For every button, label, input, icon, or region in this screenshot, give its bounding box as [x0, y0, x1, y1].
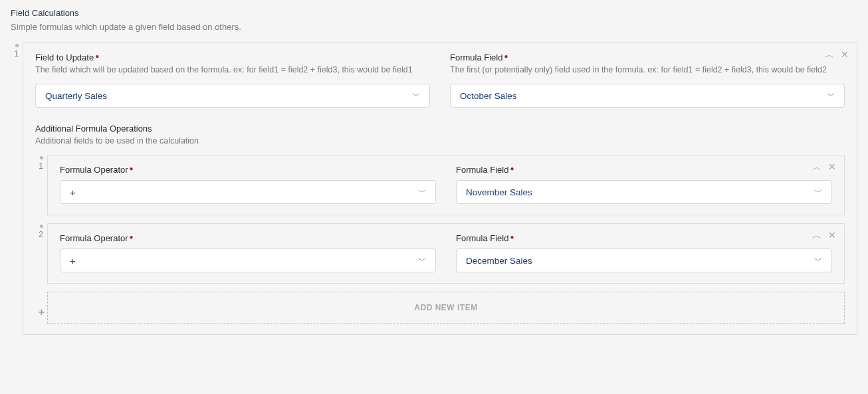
operation-panel: ︿ ✕ Formula Operator● + ﹀: [47, 155, 845, 215]
operator-value: +: [70, 255, 76, 266]
additional-ops-title: Additional Formula Operations: [35, 124, 845, 134]
operation-index: 2: [39, 230, 43, 239]
plus-icon[interactable]: +: [35, 298, 47, 318]
close-icon[interactable]: ✕: [828, 231, 836, 240]
collapse-icon[interactable]: ︿: [812, 162, 821, 171]
close-icon[interactable]: ✕: [828, 162, 836, 171]
required-indicator-icon: ●: [95, 52, 99, 60]
panel-controls: ︿ ✕: [825, 50, 849, 59]
operation-field-value: December Sales: [466, 256, 532, 266]
formula-field-value: October Sales: [460, 91, 517, 101]
operator-label-text: Formula Operator: [60, 233, 128, 243]
chevron-down-icon: ﹀: [814, 256, 822, 265]
formula-field-label-text: Formula Field: [450, 52, 502, 62]
operator-label: Formula Operator●: [60, 165, 436, 175]
operation-field-select[interactable]: November Sales ﹀: [456, 180, 832, 204]
operator-value: +: [70, 187, 76, 198]
field-to-update-label: Field to Update●: [35, 52, 430, 62]
formula-field-label: Formula Field●: [450, 52, 845, 62]
panel-index-col: 1: [35, 155, 47, 171]
chevron-down-icon: ﹀: [814, 187, 822, 197]
add-new-item-button[interactable]: ADD NEW ITEM: [47, 292, 845, 324]
operation-panel: ︿ ✕ Formula Operator● + ﹀: [47, 223, 845, 284]
collapse-icon[interactable]: ︿: [812, 231, 821, 240]
operation-field-label: Formula Field●: [456, 165, 832, 175]
calculation-panel: ︿ ✕ Field to Update● The field which wil…: [23, 43, 857, 335]
required-indicator-icon: ●: [510, 233, 514, 241]
panel-bullet-icon: [40, 225, 43, 228]
operation-row: 1 ︿ ✕ Formula Operator● + ﹀: [35, 155, 845, 215]
operator-label-text: Formula Operator: [60, 165, 128, 175]
operator-label: Formula Operator●: [60, 233, 436, 243]
required-indicator-icon: ●: [504, 52, 508, 60]
required-indicator-icon: ●: [130, 233, 134, 241]
operation-field-select[interactable]: December Sales ﹀: [456, 248, 832, 272]
close-icon[interactable]: ✕: [841, 50, 849, 59]
operation-field-label-text: Formula Field: [456, 165, 508, 175]
operation-field-value: November Sales: [466, 187, 532, 197]
required-indicator-icon: ●: [510, 165, 514, 172]
chevron-down-icon: ﹀: [412, 91, 420, 100]
panel-controls: ︿ ✕: [812, 231, 836, 240]
chevron-down-icon: ﹀: [418, 187, 426, 197]
panel-bullet-icon: [40, 156, 43, 159]
panel-controls: ︿ ✕: [812, 162, 836, 171]
field-to-update-help: The field which will be updated based on…: [35, 65, 430, 74]
additional-ops-desc: Additional fields to be used in the calc…: [35, 136, 845, 146]
operation-row: 2 ︿ ✕ Formula Operator● + ﹀: [35, 223, 845, 284]
field-to-update-label-text: Field to Update: [35, 52, 94, 62]
operation-index: 1: [39, 161, 43, 171]
panel-bullet-icon: [15, 44, 19, 47]
panel-index-col: 2: [35, 223, 47, 239]
panel-index: 1: [14, 49, 19, 58]
formula-field-help: The first (or potentially only) field us…: [450, 65, 845, 74]
operation-field-label-text: Formula Field: [456, 233, 508, 243]
collapse-icon[interactable]: ︿: [825, 50, 834, 59]
section-title: Field Calculations: [11, 8, 857, 18]
formula-field-select[interactable]: October Sales ﹀: [450, 84, 845, 108]
calculation-panel-wrap: 1 ︿ ✕ Field to Update● The field which w…: [11, 43, 857, 335]
chevron-down-icon: ﹀: [827, 91, 835, 100]
add-item-row: + ADD NEW ITEM: [35, 292, 845, 324]
operator-select[interactable]: + ﹀: [60, 248, 436, 272]
field-to-update-select[interactable]: Quarterly Sales ﹀: [35, 84, 430, 108]
section-desc: Simple formulas which update a given fie…: [11, 22, 857, 32]
field-to-update-value: Quarterly Sales: [45, 91, 107, 101]
panel-index-col: 1: [11, 43, 23, 58]
required-indicator-icon: ●: [130, 165, 134, 172]
chevron-down-icon: ﹀: [418, 256, 426, 265]
operator-select[interactable]: + ﹀: [60, 180, 436, 204]
operation-field-label: Formula Field●: [456, 233, 832, 243]
